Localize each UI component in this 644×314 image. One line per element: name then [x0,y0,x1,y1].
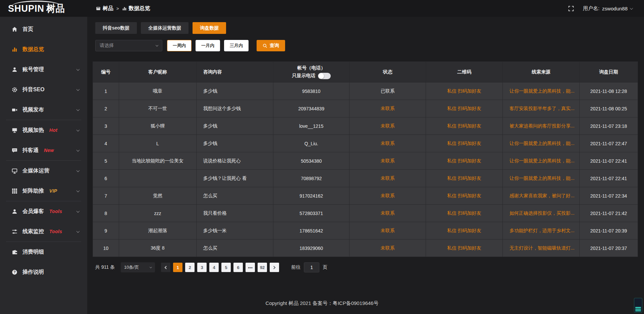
page-button[interactable]: 3 [197,263,207,272]
cell-qrcode-link[interactable]: 私信 扫码加好友 [426,117,502,135]
logo-text-cn: 树品 [46,3,65,14]
date-range-button[interactable]: 一月内 [196,40,220,51]
sidebar-item-omnimedia-operation[interactable]: 全媒体运营 [0,161,87,181]
cell-source-link[interactable]: 让你一眼就爱上的黑科技，能... [503,170,580,187]
breadcrumb-root[interactable]: 树品 [96,5,113,12]
page-button[interactable]: 5 [221,263,231,272]
cell-date: 2021-11-07 22:47 [580,135,638,152]
goto-page-input[interactable] [304,262,319,272]
sidebar-item-douyin-seo[interactable]: 抖音SEO [0,80,87,100]
tab-button[interactable]: 询盘数据 [193,22,226,34]
cell-qrcode-link[interactable]: 私信 扫码加好友 [426,170,502,187]
sidebar-item-label: 视频加热 [22,127,44,134]
date-range-button[interactable]: 一周内 [167,40,192,51]
next-page-button[interactable] [270,263,279,272]
sidebar-item-label: 抖客通 [22,147,39,154]
cell-qrcode-link[interactable]: 私信 扫码加好友 [426,205,502,222]
cell-qrcode-link[interactable]: 私信 扫码加好友 [426,187,502,205]
user-menu[interactable]: 用户名: zswodun88 [583,5,633,12]
table-row: 9 潮起潮落 多少钱一米 178651642 未联系 私信 扫码加好友 多功能护… [93,222,638,240]
sidebar-item-home[interactable]: 首页 [0,19,87,39]
cell-source-link[interactable]: 多功能护栏灯，适用于乡村文... [503,222,580,240]
cell-source-link[interactable]: 无主灯设计，智能磁吸轨道灯... [503,240,580,257]
cell-source-link[interactable]: 客厅安装投影半年多了，真实... [503,100,580,117]
cell-qrcode-link[interactable]: 私信 扫码加好友 [426,240,502,257]
floating-widget[interactable] [634,298,642,313]
cell-id: 10 [93,240,119,257]
sidebar-item-matrix-boost[interactable]: 矩阵助推 VIP [0,181,87,201]
pagination: 共 911 条 10条/页 1 2 3 4 5 6 [95,262,644,272]
cell-id: 8 [93,205,119,222]
cell-content: 怎么买 [196,187,273,205]
cell-qrcode-link[interactable]: 私信 扫码加好友 [426,83,502,100]
data-tabs: 抖音seo数据 全媒体运营数据 询盘数据 [95,22,644,34]
sidebar-item-help[interactable]: ? 操作说明 [0,262,87,282]
cell-date: 2021-11-07 23:18 [580,117,638,135]
video-camera-icon [11,107,17,113]
tab-button[interactable]: 全媒体运营数据 [141,22,189,34]
page-button[interactable]: 6 [233,263,243,272]
cell-account: 917024162 [273,187,350,205]
cell-status: 未联系 [350,135,426,152]
cell-nickname: 不可一世 [119,100,197,117]
page-button[interactable]: 1 [173,263,182,272]
sidebar-item-douketong[interactable]: 抖客通 New [0,140,87,160]
fullscreen-icon[interactable] [568,5,574,11]
sidebar-item-label: 会员爆客 [22,208,44,215]
vip-badge: VIP [49,188,57,194]
sidebar-item-label: 抖音SEO [22,86,45,93]
sidebar-item-spending-details[interactable]: 消费明细 [0,242,87,262]
cell-id: 4 [93,135,119,152]
sidebar-item-label: 视频发布 [22,106,44,113]
prev-page-button[interactable] [161,263,170,272]
sidebar-item-account-management[interactable]: 账号管理 [0,59,87,80]
cell-source-link[interactable]: 让你一眼就爱上的黑科技，能... [503,135,580,152]
sidebar-item-label: 线索监控 [22,228,44,235]
top-bar: SHUPIN树品 树品 > 数据总览 用户名: [0,0,644,17]
monitor-icon [11,168,17,174]
cell-source-link[interactable]: 让你一眼就爱上的黑科技，能... [503,152,580,170]
cell-id: 5 [93,152,119,170]
cell-nickname: 狐小狸 [119,117,197,135]
cell-qrcode-link[interactable]: 私信 扫码加好友 [426,222,502,240]
cell-source-link[interactable]: 被大家追着问的客厅投影分享... [503,117,580,135]
page-size-select[interactable]: 10条/页 [121,262,155,272]
date-range-button[interactable]: 三月内 [224,40,249,51]
chevron-down-icon [76,229,80,233]
sidebar-item-label: 矩阵助推 [22,188,44,195]
cell-source-link[interactable]: 如何正确选择投影仪，买投影... [503,205,580,222]
chevron-down-icon [76,169,80,172]
sidebar-item-label: 数据总览 [22,46,44,53]
total-count: 共 911 条 [95,264,115,270]
cell-source-link[interactable]: 让你一眼就爱上的黑科技，能... [503,83,580,100]
cell-qrcode-link[interactable]: 私信 扫码加好友 [426,100,502,117]
phone-only-toggle[interactable] [318,73,331,79]
tab-button[interactable]: 抖音seo数据 [95,22,137,34]
chevron-right-icon [272,266,276,269]
query-button[interactable]: 查询 [257,40,285,51]
cell-content: 我只看价格 [196,205,273,222]
tools-badge: Tools [49,229,62,234]
page-button[interactable]: 92 [258,263,267,272]
sidebar-item-member-leads[interactable]: 会员爆客 Tools [0,201,87,221]
sidebar-item-video-publish[interactable]: 视频发布 [0,100,87,120]
table-row: 8 zzz 我只看价格 572803371 未联系 私信 扫码加好友 如何正确选… [93,205,638,222]
page-button[interactable]: 4 [209,263,219,272]
page-button[interactable]: ••• [246,263,255,272]
breadcrumb-current[interactable]: 数据总览 [122,5,150,12]
cell-source-link[interactable]: 感谢大家喜欢我家，被问了好... [503,187,580,205]
brand-logo[interactable]: SHUPIN树品 [0,0,87,17]
cell-qrcode-link[interactable]: 私信 扫码加好友 [426,135,502,152]
sidebar-item-video-heating[interactable]: 视频加热 Hot [0,120,87,140]
cell-content: 说说价格让我死心 [196,152,273,170]
cell-qrcode-link[interactable]: 私信 扫码加好友 [426,152,502,170]
chevron-down-icon [150,266,152,268]
sidebar-item-data-overview[interactable]: 数据总览 [0,39,87,59]
grid-icon [11,188,17,194]
logo-text-en: SHUPIN [8,3,44,14]
cell-account: 9583810 [273,83,350,100]
col-header-account: 帐号（电话） 只显示电话 [273,62,350,83]
page-button[interactable]: 2 [185,263,195,272]
sidebar-item-lead-monitoring[interactable]: 线索监控 Tools [0,221,87,242]
filter-select[interactable]: 请选择 [95,40,162,51]
